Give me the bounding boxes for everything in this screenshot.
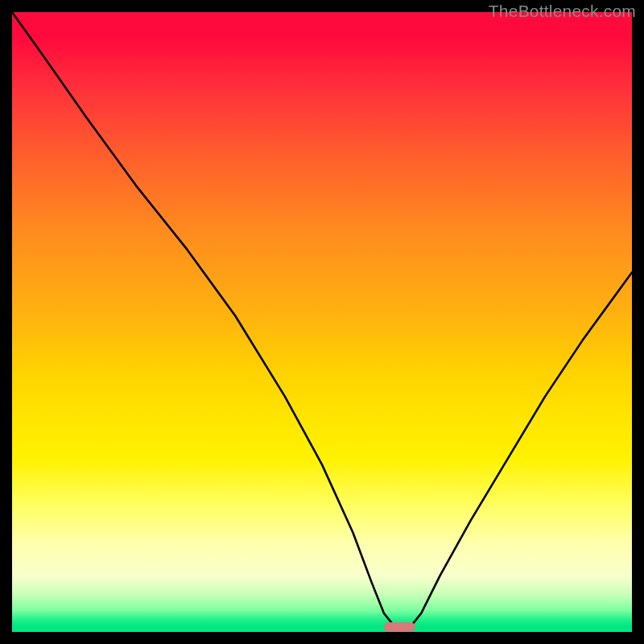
watermark-text: TheBottleneck.com <box>489 2 636 21</box>
chart-frame: TheBottleneck.com <box>0 0 644 644</box>
plot-area <box>12 12 632 632</box>
optimal-marker <box>384 622 415 632</box>
bottleneck-curve <box>12 12 632 632</box>
